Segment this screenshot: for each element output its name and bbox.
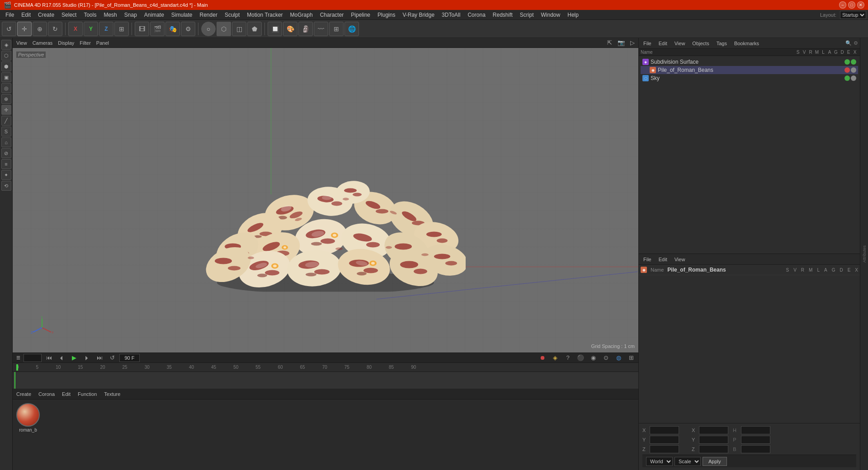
tool-scale[interactable]: ⊕ <box>33 22 47 36</box>
coord-x-pos[interactable]: 0 cm <box>650 426 679 434</box>
tool-paint[interactable]: 🎨 <box>283 22 297 36</box>
apply-button[interactable]: Apply <box>703 457 727 466</box>
left-tool-live[interactable]: ◎ <box>1 83 11 93</box>
menu-file[interactable]: File <box>2 11 18 19</box>
menu-select[interactable]: Select <box>58 11 80 19</box>
left-tool-deform[interactable]: ⟲ <box>1 181 11 191</box>
tool-x[interactable]: X <box>68 22 83 36</box>
menu-create[interactable]: Create <box>34 11 58 19</box>
coord-b-val[interactable]: 0° <box>741 445 770 453</box>
obj-settings-icon[interactable]: ⚙ <box>854 40 858 46</box>
obj-menu-edit[interactable]: Edit <box>656 40 670 47</box>
viewport-menu-filter[interactable]: Filter <box>80 40 90 46</box>
left-tool-poly[interactable]: ⬢ <box>1 61 11 71</box>
record-button[interactable]: ⏺ <box>537 352 548 363</box>
timeline-track[interactable] <box>13 372 638 389</box>
obj-menu-file[interactable]: File <box>641 40 654 47</box>
menu-redshift[interactable]: Redshift <box>489 11 516 19</box>
tool-move[interactable]: ✛ <box>17 22 32 36</box>
maximize-button[interactable]: □ <box>848 1 855 9</box>
tool-all-axes[interactable]: ⊞ <box>114 22 129 36</box>
left-tool-scene2[interactable]: ⬡ <box>1 51 11 61</box>
tool-edge[interactable]: ◫ <box>232 22 246 36</box>
mat-menu-edit[interactable]: Edit <box>60 390 72 398</box>
coord-x-rot[interactable]: 0 cm <box>699 426 728 434</box>
record-key-button[interactable]: ◈ <box>550 352 561 363</box>
left-tool-brush[interactable]: ⌂ <box>1 137 11 147</box>
left-tool-select[interactable]: ▣ <box>1 72 11 82</box>
menu-character[interactable]: Character <box>316 11 348 19</box>
obj-dot-red[interactable] <box>844 67 850 73</box>
tool-polygon[interactable]: ⬡ <box>217 22 231 36</box>
menu-mesh[interactable]: Mesh <box>100 11 120 19</box>
mat-menu-function[interactable]: Function <box>76 390 99 398</box>
viewport-menu-display[interactable]: Display <box>58 40 74 46</box>
menu-mograph[interactable]: MoGraph <box>287 11 316 19</box>
viewport-menu-panel[interactable]: Panel <box>96 40 109 46</box>
next-frame-button[interactable]: ⏵ <box>81 352 92 363</box>
left-tool-object[interactable]: ◈ <box>1 40 11 50</box>
menu-snap[interactable]: Snap <box>121 11 141 19</box>
obj-item-subdivision[interactable]: ◈ Subdivision Surface <box>641 58 858 66</box>
tool-z[interactable]: Z <box>99 22 113 36</box>
menu-help[interactable]: Help <box>564 11 582 19</box>
obj-dot-green[interactable] <box>844 59 850 65</box>
attr-menu-view[interactable]: View <box>672 256 688 263</box>
left-tool-fx[interactable]: ✦ <box>1 170 11 180</box>
menu-vray[interactable]: V-Ray Bridge <box>399 11 438 19</box>
loop-button[interactable]: ↺ <box>107 352 118 363</box>
left-tool-spline[interactable]: S <box>1 127 11 136</box>
tool-y[interactable]: Y <box>84 22 98 36</box>
timeline-menu-icon[interactable]: ☰ <box>14 354 22 362</box>
obj-menu-bookmarks[interactable]: Bookmarks <box>731 40 762 47</box>
tool-hair[interactable]: 〰 <box>314 22 328 36</box>
mat-menu-corona[interactable]: Corona <box>37 390 57 398</box>
go-end-button[interactable]: ⏭ <box>94 352 105 363</box>
menu-edit[interactable]: Edit <box>18 11 34 19</box>
menu-simulate[interactable]: Simulate <box>168 11 196 19</box>
obj-item-beans[interactable]: ◉ Pile_of_Roman_Beans <box>641 66 858 74</box>
menu-motion-tracker[interactable]: Motion Tracker <box>243 11 286 19</box>
viewport[interactable]: Perspective <box>13 48 638 352</box>
left-tool-layers[interactable]: ≡ <box>1 159 11 169</box>
motion-record-button[interactable]: ⚫ <box>575 352 586 363</box>
mat-menu-create[interactable]: Create <box>14 390 33 398</box>
obj-menu-tags[interactable]: Tags <box>714 40 730 47</box>
viewport-menu-view[interactable]: View <box>16 40 27 46</box>
left-tool-line[interactable]: ╱ <box>1 116 11 126</box>
left-tool-soft[interactable]: ⊘ <box>1 148 11 158</box>
coord-y-pos[interactable]: 0 cm <box>650 436 679 444</box>
menu-plugins[interactable]: Plugins <box>374 11 399 19</box>
motion-params-button[interactable]: ⊞ <box>626 352 637 363</box>
obj-item-sky[interactable]: ◌ Sky <box>641 74 858 82</box>
tool-render-view[interactable]: 🎬 <box>150 22 165 36</box>
coord-p-val[interactable]: 0° <box>741 436 770 444</box>
tool-render-settings[interactable]: ⚙ <box>181 22 195 36</box>
current-frame-input[interactable]: 0F <box>24 354 42 362</box>
attr-menu-file[interactable]: File <box>641 256 654 263</box>
coord-y-rot[interactable]: 0 cm <box>699 436 728 444</box>
tool-mograph2[interactable]: ⊞ <box>329 22 344 36</box>
motion-rot-button[interactable]: ⊙ <box>600 352 611 363</box>
menu-sculpt[interactable]: Sculpt <box>221 11 243 19</box>
prev-frame-button[interactable]: ⏴ <box>56 352 67 363</box>
layout-select[interactable]: Startup <box>840 11 866 19</box>
obj-dot-gray2[interactable] <box>851 75 856 81</box>
coord-h-val[interactable]: 0° <box>741 426 770 434</box>
motion-scale-button[interactable]: ◍ <box>613 352 624 363</box>
menu-script[interactable]: Script <box>516 11 538 19</box>
menu-render[interactable]: Render <box>196 11 221 19</box>
left-tool-move[interactable]: ✛ <box>1 105 11 115</box>
menu-tools[interactable]: Tools <box>80 11 100 19</box>
viewport-render-icon[interactable]: ▷ <box>630 39 635 46</box>
obj-dot-green3[interactable] <box>844 75 850 81</box>
motion-pos-button[interactable]: ◉ <box>588 352 599 363</box>
menu-corona[interactable]: Corona <box>464 11 489 19</box>
help-button[interactable]: ? <box>562 352 573 363</box>
tool-render-region[interactable]: 🎞 <box>135 22 149 36</box>
obj-dot-green2[interactable] <box>851 59 856 65</box>
tool-point[interactable]: ⬟ <box>247 22 262 36</box>
coord-mode-select[interactable]: World <box>646 457 673 466</box>
tool-texture[interactable]: 🔲 <box>268 22 282 36</box>
minimize-button[interactable]: – <box>839 1 846 9</box>
